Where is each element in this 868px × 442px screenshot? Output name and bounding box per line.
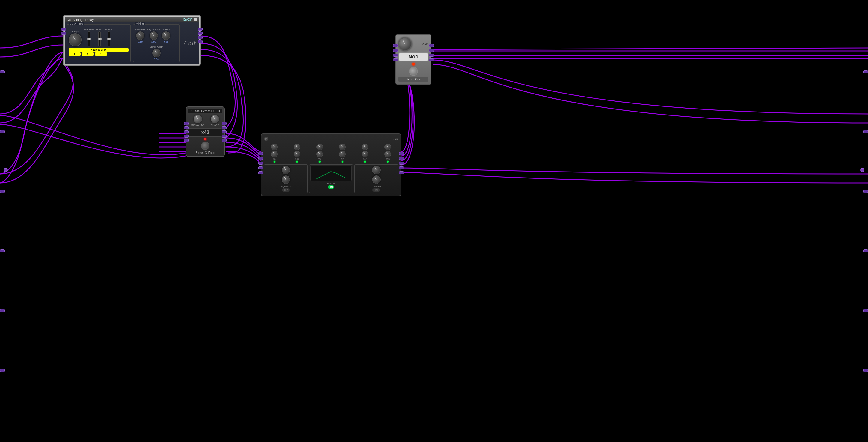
eq-in-1[interactable] <box>258 152 263 155</box>
signal-ab-col: SIGNAL A/B <box>191 115 205 126</box>
eq-band3-freq-knob[interactable] <box>316 151 323 157</box>
xfade-in-2[interactable] <box>184 126 189 129</box>
xfade-out-3[interactable] <box>222 130 226 134</box>
stereo-width-knob[interactable] <box>152 49 161 57</box>
timer-col: Time R <box>105 28 112 47</box>
xfade-in-3[interactable] <box>184 130 189 134</box>
left-edge-port-2[interactable] <box>0 130 5 133</box>
eq-in-2[interactable] <box>258 157 263 160</box>
gain-in-1[interactable] <box>393 44 398 47</box>
gain-name: Stereo Gain <box>399 77 429 82</box>
xfade-in-5[interactable] <box>184 139 189 142</box>
amount-col: Amount 0.25 <box>162 28 170 43</box>
eq-bands-grid: 50 200 630 313 3k2 <box>264 144 399 163</box>
eq-in-4[interactable] <box>258 167 263 170</box>
eq-band6-gain-knob[interactable] <box>384 144 391 150</box>
amount-knob[interactable] <box>162 31 170 40</box>
lowpass-knob-2[interactable] <box>372 175 380 184</box>
lowpass-off[interactable]: OFF <box>372 188 380 191</box>
gain-in-3[interactable] <box>393 54 398 57</box>
edge-port-right-bottom[interactable] <box>860 168 864 172</box>
xfade-out-5[interactable] <box>222 139 226 142</box>
left-edge-port-1[interactable] <box>0 70 5 73</box>
mixing-label: Mixing <box>135 22 145 25</box>
eq-band4-gain-knob[interactable] <box>339 144 346 150</box>
eq-out-1[interactable] <box>399 152 404 155</box>
calf-out-port-2[interactable] <box>198 32 203 35</box>
eq-band3-gain-knob[interactable] <box>316 144 323 150</box>
eq-band5-freq-knob[interactable] <box>362 151 368 157</box>
xfade-led <box>204 138 207 140</box>
highpass-knob-2[interactable] <box>282 175 290 184</box>
calf-in-port-1[interactable] <box>61 28 66 31</box>
edge-port-left-bottom[interactable] <box>4 168 8 172</box>
eq-in-3[interactable] <box>258 161 263 165</box>
xfade-in-1[interactable] <box>184 122 189 125</box>
left-edge-port-3[interactable] <box>0 190 5 193</box>
xfade-footswitch[interactable] <box>201 142 210 150</box>
highpass-knob-1[interactable] <box>282 166 290 174</box>
xfade-out-4[interactable] <box>222 135 226 138</box>
enable-on[interactable]: ON <box>328 185 335 188</box>
eq-out-3[interactable] <box>399 161 404 165</box>
eq-out-2[interactable] <box>399 157 404 160</box>
gain-in-2[interactable] <box>393 49 398 52</box>
calf-delay-onoff[interactable]: On/Off <box>183 18 192 21</box>
gain-out-4[interactable] <box>429 58 434 61</box>
calf-out-port-3[interactable] <box>198 36 203 39</box>
right-edge-port-6[interactable] <box>863 369 868 372</box>
tempo-label: Tempo <box>72 30 79 33</box>
eq-band3-freq-label: 630 <box>318 158 321 160</box>
left-edge-port-4[interactable] <box>0 249 5 253</box>
left-edge-port-5[interactable] <box>0 309 5 312</box>
lowpass-knob-1[interactable] <box>372 166 380 174</box>
gain-out-2[interactable] <box>429 49 434 52</box>
timer-slider[interactable] <box>107 31 110 47</box>
right-edge-port-4[interactable] <box>863 249 868 253</box>
gain-in-4[interactable] <box>393 58 398 61</box>
eq-band6-led <box>387 161 389 163</box>
eq-band4-freq-knob[interactable] <box>339 151 346 157</box>
amount-value: 0.25 <box>164 40 168 43</box>
dry-amount-knob[interactable] <box>150 31 158 40</box>
shape-knob[interactable] <box>211 115 219 123</box>
xfade-logo: x42 <box>188 128 222 137</box>
eq-band-6: 793 <box>377 144 399 163</box>
signal-ab-knob[interactable] <box>193 115 202 123</box>
highpass-off[interactable]: OFF <box>282 188 290 191</box>
xfade-in-4[interactable] <box>184 135 189 138</box>
calf-vintage-delay: Calf Vintage Delay On/Off ☰ Delay Time T… <box>63 15 201 66</box>
xfade-out-1[interactable] <box>222 122 226 125</box>
xfade-out-2[interactable] <box>222 126 226 129</box>
calf-in-port-2[interactable] <box>61 32 66 35</box>
left-edge-port-6[interactable] <box>0 369 5 372</box>
eq-in-5[interactable] <box>258 171 263 174</box>
gain-main-knob[interactable] <box>399 37 412 51</box>
eq-out-5[interactable] <box>399 171 404 174</box>
eq-band5-gain-knob[interactable] <box>362 144 368 150</box>
gain-out-1[interactable] <box>429 44 434 47</box>
right-edge-port-2[interactable] <box>863 130 868 133</box>
gain-out-3[interactable] <box>429 54 434 57</box>
feedback-knob[interactable] <box>136 31 145 40</box>
eq-band2-freq-knob[interactable] <box>293 151 300 157</box>
right-edge-port-3[interactable] <box>863 190 868 193</box>
right-edge-port-1[interactable] <box>863 70 868 73</box>
calf-out-port-1[interactable] <box>198 28 203 31</box>
eq-band4-freq-label: 313 <box>341 158 344 160</box>
gain-button[interactable] <box>409 67 418 76</box>
subdivide-slider[interactable] <box>88 31 90 47</box>
eq-band1-freq-knob[interactable] <box>271 151 278 157</box>
calf-out-port-4[interactable] <box>198 40 203 43</box>
right-edge-port-5[interactable] <box>863 309 868 312</box>
timel-slider[interactable] <box>98 31 101 47</box>
eq-out-4[interactable] <box>399 167 404 170</box>
eq-band-2: 200 <box>286 144 308 163</box>
calf-delay-menu[interactable]: ☰ <box>194 18 197 22</box>
eq-band2-gain-knob[interactable] <box>293 144 300 150</box>
calf-left-ports <box>61 28 66 35</box>
eq-band1-gain-knob[interactable] <box>271 144 278 150</box>
eq-band6-freq-knob[interactable] <box>384 151 391 157</box>
tempo-knob[interactable] <box>69 33 82 47</box>
eq-band2-freq-label: 200 <box>296 158 299 160</box>
